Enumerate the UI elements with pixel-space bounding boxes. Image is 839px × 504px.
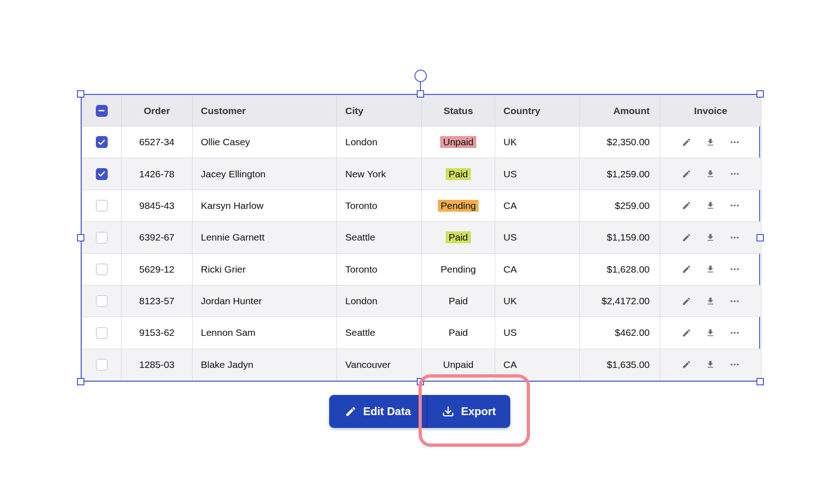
row-select-cell [82,126,121,158]
country-cell: CA [495,253,580,285]
edit-icon[interactable] [682,360,691,369]
edit-icon[interactable] [682,201,691,210]
edit-icon[interactable] [682,264,691,274]
city-cell: Seattle [337,222,422,253]
row-checkbox[interactable] [96,263,108,275]
more-icon[interactable] [729,200,740,211]
selection-handle-top-left[interactable] [77,90,84,98]
row-checkbox[interactable] [96,232,108,244]
column-header-status: Status [422,95,495,126]
row-checkbox[interactable] [96,359,108,371]
status-badge: Unpaid [440,136,476,148]
download-icon[interactable] [706,169,715,179]
country-cell: UK [495,126,580,158]
row-select-cell [82,253,121,285]
amount-cell: $462.00 [580,317,660,349]
invoice-actions [660,232,761,243]
city-cell: Toronto [337,190,422,221]
edit-data-label: Edit Data [363,405,411,418]
more-icon[interactable] [729,232,740,243]
table-row: 8123-57Jordan HunterLondonPaidUK$2,4172.… [82,285,762,317]
more-icon[interactable] [729,296,740,307]
download-icon[interactable] [706,201,715,210]
table-row: 6392-67Lennie GarnettSeattlePaidUS$1,159… [82,222,762,253]
city-cell: London [337,126,422,158]
orders-table[interactable]: Order Customer City Status Country Amoun… [81,94,760,382]
row-checkbox[interactable] [96,136,108,148]
selection-handle-top-middle[interactable] [417,90,424,98]
column-header-amount: Amount [580,95,660,126]
download-icon [442,405,454,418]
selection-handle-bottom-middle[interactable] [417,378,424,385]
table-row: 9845-43Karsyn HarlowTorontoPendingCA$259… [82,190,762,221]
order-cell: 6527-34 [121,126,193,158]
more-icon[interactable] [729,328,740,338]
more-icon[interactable] [729,359,740,370]
edit-icon[interactable] [682,137,691,147]
table-row: 6527-34Ollie CaseyLondonUnpaidUK$2,350.0… [82,126,762,158]
status-badge: Pending [438,263,479,275]
column-header-order: Order [121,95,193,126]
selection-handle-bottom-left[interactable] [77,378,84,385]
amount-cell: $1,635.00 [580,349,660,380]
rotation-handle-icon[interactable] [414,70,427,82]
amount-cell: $259.00 [580,190,660,221]
indeterminate-minus-icon [99,110,105,112]
edit-icon[interactable] [682,233,691,242]
column-header-invoice: Invoice [660,95,762,126]
column-header-city: City [337,95,422,126]
invoice-actions [660,264,761,274]
download-icon[interactable] [706,296,715,306]
selection-handle-bottom-right[interactable] [756,378,764,385]
download-icon[interactable] [706,328,715,338]
rotation-handle-stem [420,82,421,91]
country-cell: US [495,317,580,349]
table-action-buttons: Edit Data Export [329,395,510,428]
row-select-cell [82,317,121,349]
more-icon[interactable] [729,264,740,274]
select-all-checkbox[interactable] [96,105,108,117]
download-icon[interactable] [706,264,715,274]
orders-table-grid: Order Customer City Status Country Amoun… [82,95,762,381]
selection-handle-top-right[interactable] [756,90,764,98]
row-select-cell [82,349,121,380]
canvas: Order Customer City Status Country Amoun… [0,0,839,504]
download-icon[interactable] [706,233,715,242]
more-icon[interactable] [729,169,740,179]
city-cell: Toronto [337,253,422,285]
amount-cell: $1,628.00 [580,253,660,285]
row-checkbox[interactable] [96,168,108,180]
row-checkbox[interactable] [96,327,108,339]
table-row: 5629-12Ricki GrierTorontoPendingCA$1,628… [82,253,762,285]
edit-data-button[interactable]: Edit Data [329,395,426,428]
city-cell: Seattle [337,317,422,349]
table-header-row: Order Customer City Status Country Amoun… [82,95,762,126]
selection-handle-middle-right[interactable] [756,234,764,241]
status-cell: Unpaid [422,126,495,158]
download-icon[interactable] [706,360,715,369]
status-badge: Pending [438,200,479,212]
invoice-cell [660,222,762,253]
invoice-actions [660,137,761,148]
country-cell: CA [495,349,580,380]
edit-icon[interactable] [682,328,691,338]
order-cell: 5629-12 [121,253,193,285]
row-select-cell [82,222,121,253]
download-icon[interactable] [706,137,715,147]
invoice-cell [660,190,762,221]
city-cell: New York [337,158,422,190]
status-badge: Paid [446,231,470,243]
status-badge: Paid [446,295,470,307]
status-badge: Paid [446,327,470,339]
status-cell: Unpaid [422,349,495,380]
selection-handle-middle-left[interactable] [77,234,84,241]
table-body: 6527-34Ollie CaseyLondonUnpaidUK$2,350.0… [82,126,762,381]
edit-icon[interactable] [682,296,691,306]
country-cell: UK [495,285,580,317]
more-icon[interactable] [729,137,740,148]
row-checkbox[interactable] [96,295,108,307]
export-button[interactable]: Export [426,395,510,428]
edit-icon[interactable] [682,169,691,179]
row-checkbox[interactable] [96,200,108,212]
order-cell: 9845-43 [121,190,193,221]
